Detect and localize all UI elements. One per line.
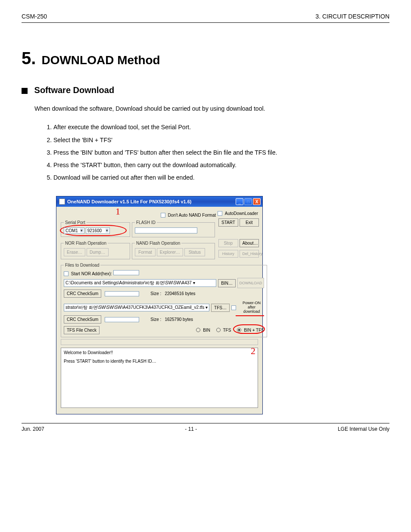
- checkbox-icon: [218, 211, 222, 216]
- footer-date: Jun. 2007: [22, 426, 44, 432]
- subsection-heading: Software Download: [22, 85, 389, 95]
- checkbox-icon: [64, 271, 68, 276]
- log-area: Welcome to Downloader!! Press 'START' bu…: [61, 348, 258, 408]
- nor-legend: NOR Flash Operation: [64, 241, 108, 246]
- baud-select[interactable]: 921600: [86, 227, 110, 234]
- footer-note: LGE Internal Use Only: [338, 426, 389, 432]
- maximize-button[interactable]: □: [244, 198, 252, 205]
- subsection-title: Software Download: [34, 85, 115, 95]
- section-heading: 5. DOWNLOAD Method: [22, 49, 389, 68]
- tfs-size-value: 1625790 bytes: [165, 317, 193, 322]
- bin-path-combo[interactable]: C:\Documents and Settings\Administrator\…: [64, 279, 216, 287]
- status-button: Status: [184, 248, 205, 256]
- log-line: Press 'START' button to identify the FLA…: [64, 358, 255, 364]
- doc-section-ref: 3. CIRCUIT DESCRIPTION: [315, 13, 389, 20]
- bin-browse-button[interactable]: BIN…: [218, 279, 236, 287]
- com-port-select[interactable]: COM1: [64, 227, 84, 234]
- radio-tfs[interactable]: TFS: [216, 328, 231, 333]
- step-item: Press the 'BIN' button and 'TFS' button …: [53, 147, 389, 158]
- bin-size-value: 22048516 bytes: [165, 291, 195, 296]
- tfs-path-combo[interactable]: strator\바탕 화면\SW\SW\SW\A437UCFK3\A437UCF…: [64, 304, 209, 311]
- crc-tfs-field: [105, 317, 139, 322]
- checkbox-no-auto-format[interactable]: Don't Auto NAND Format: [161, 213, 216, 218]
- checkbox-icon: [161, 213, 165, 218]
- crc-checksum-bin-button[interactable]: CRC CheckSum: [64, 289, 101, 298]
- nand-flash-group: NAND Flash Operation Format Explorer… St…: [132, 241, 215, 259]
- files-legend: Files to Download: [64, 263, 100, 268]
- tfs-file-check-button[interactable]: TFS File Check: [64, 326, 100, 334]
- window-title: OneNAND Downloader v1.5 Lite For PNX5230…: [67, 199, 236, 204]
- log-line: Welcome to Downloader!!: [64, 350, 255, 356]
- radio-icon: [237, 328, 241, 332]
- serial-port-legend: Serial Port: [64, 220, 87, 225]
- start-nor-addr-checkbox[interactable]: Start NOR Addr(hex):: [64, 271, 113, 276]
- app-window: OneNAND Downloader v1.5 Lite For PNX5230…: [56, 196, 263, 414]
- download-button: DOWNLOAD: [237, 278, 264, 288]
- start-nor-addr-field[interactable]: [113, 270, 139, 275]
- radio-bin-tfs[interactable]: BIN + TFS: [237, 328, 264, 333]
- steps-list: After execute the download tool, set the…: [36, 122, 389, 183]
- format-button: Format: [135, 248, 156, 256]
- poweron-label: Power-ON after download: [239, 301, 264, 314]
- titlebar[interactable]: OneNAND Downloader v1.5 Lite For PNX5230…: [56, 196, 262, 207]
- section-number: 5.: [22, 49, 36, 68]
- step-item: Download will be carried out after then …: [53, 172, 389, 183]
- radio-icon: [216, 328, 221, 332]
- close-button[interactable]: X: [253, 198, 261, 205]
- erase-button: Erase…: [64, 248, 85, 256]
- checkbox-autodownloader[interactable]: AutoDownLoader: [218, 211, 258, 216]
- annotation-underline: [236, 315, 264, 316]
- step-item: After execute the download tool, set the…: [53, 122, 389, 133]
- tfs-browse-button[interactable]: TFS…: [211, 304, 230, 312]
- poweron-checkbox[interactable]: [231, 305, 236, 310]
- explorer-button: Explorer…: [157, 248, 183, 256]
- flash-id-field[interactable]: [135, 227, 197, 233]
- doc-header: CSM-250 3. CIRCUIT DESCRIPTION: [22, 13, 389, 23]
- dump-button: Dump…: [87, 248, 109, 256]
- radio-bin[interactable]: BIN: [196, 328, 210, 333]
- step-item: Press the 'START' button, then carry out…: [53, 160, 389, 171]
- size-label-tfs: Size :: [150, 317, 161, 322]
- size-label: Size :: [150, 291, 161, 296]
- del-history-button: Del_History: [240, 250, 259, 258]
- flash-id-group: FLASH ID: [132, 220, 215, 237]
- history-button: History: [218, 250, 238, 258]
- section-title: DOWNLOAD Method: [41, 53, 160, 67]
- square-bullet-icon: [22, 88, 28, 94]
- footer-page: - 11 -: [185, 426, 197, 432]
- start-button[interactable]: START: [218, 218, 238, 227]
- progress-strip: [61, 339, 258, 345]
- doc-model: CSM-250: [22, 13, 47, 20]
- crc-checksum-tfs-button[interactable]: CRC CheckSum: [64, 315, 101, 324]
- intro-paragraph: When download the software, Download sho…: [34, 104, 389, 113]
- about-button[interactable]: About…: [240, 239, 259, 247]
- doc-footer: Jun. 2007 - 11 - LGE Internal Use Only: [22, 423, 389, 432]
- nor-flash-group: NOR Flash Operation Erase… Dump…: [61, 241, 130, 259]
- flash-id-legend: FLASH ID: [135, 220, 157, 225]
- exit-button[interactable]: Exit: [240, 218, 259, 227]
- crc-bin-field: [105, 291, 139, 296]
- files-to-download-group: Files to Download Start NOR Addr(hex): C…: [61, 263, 267, 337]
- nand-legend: NAND Flash Operation: [135, 241, 181, 246]
- minimize-button[interactable]: _: [236, 198, 243, 205]
- window-controls: _ □ X: [236, 198, 261, 205]
- stop-button: Stop: [218, 239, 238, 247]
- app-icon: [59, 199, 65, 205]
- serial-port-group: Serial Port COM1 921600: [61, 220, 130, 237]
- step-item: Select the 'BIN + TFS': [53, 135, 389, 146]
- radio-icon: [196, 328, 200, 332]
